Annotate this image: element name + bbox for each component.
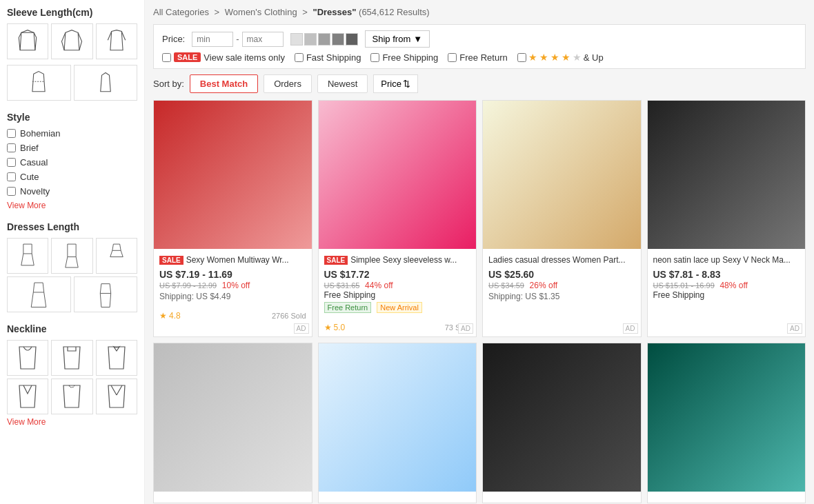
star-icon-2: ★ bbox=[324, 323, 332, 332]
neckline-icon-3[interactable] bbox=[96, 340, 137, 376]
style-checkbox-cute[interactable] bbox=[7, 172, 16, 181]
sleeve-length-section: Sleeve Length(cm) bbox=[7, 7, 137, 101]
product-card-4[interactable]: neon satin lace up Sexy V Neck Ma... US … bbox=[647, 100, 806, 337]
length-icons-row2 bbox=[7, 276, 137, 312]
product-info-3: Ladies casual dresses Women Part... US $… bbox=[483, 249, 641, 307]
discount-3: 26% off bbox=[530, 281, 557, 290]
sale-items-checkbox[interactable] bbox=[162, 53, 171, 62]
product-img-3 bbox=[483, 101, 641, 249]
product-img-1 bbox=[154, 101, 312, 249]
style-checkbox-casual[interactable] bbox=[7, 158, 16, 167]
product-title-2: SALESimplee Sexy sleeveless w... bbox=[324, 254, 471, 266]
discount-4: 48% off bbox=[719, 281, 747, 290]
breadcrumb-sep-1: > bbox=[215, 7, 220, 17]
sale-tag-2: SALE bbox=[324, 256, 348, 265]
swatch-2[interactable] bbox=[304, 33, 317, 46]
sleeve-icon-2[interactable] bbox=[51, 23, 92, 59]
swatch-3[interactable] bbox=[318, 33, 330, 46]
neckline-view-more[interactable]: View More bbox=[7, 417, 137, 427]
style-checkbox-brief[interactable] bbox=[7, 143, 16, 152]
length-icon-3[interactable] bbox=[96, 238, 137, 274]
breadcrumb-dresses: "Dresses" bbox=[312, 7, 356, 17]
price-row-1: US $7.19 - 11.69 bbox=[159, 269, 306, 280]
product-grid: SALESexy Women Multiway Wr... US $7.19 -… bbox=[153, 100, 806, 503]
price-range: - bbox=[192, 32, 283, 47]
swatch-4[interactable] bbox=[332, 33, 344, 46]
star-4: ★ bbox=[562, 52, 570, 63]
sort-label: Sort by: bbox=[153, 79, 184, 89]
sale-tag-1: SALE bbox=[159, 256, 183, 265]
sale-items-label: View sale items only bbox=[204, 52, 285, 63]
new-arrival-tag-2: New Arrival bbox=[377, 302, 422, 313]
filter-bar: Price: - Ship from ▼ bbox=[153, 24, 806, 69]
price-min-input[interactable] bbox=[192, 32, 233, 47]
neckline-icon-1[interactable] bbox=[7, 340, 48, 376]
stars-filter[interactable]: ★ ★ ★ ★ ★ & Up bbox=[517, 52, 604, 63]
free-shipping-checkbox-label[interactable]: Free Shipping bbox=[370, 52, 438, 63]
free-shipping-checkbox[interactable] bbox=[370, 53, 379, 62]
fast-shipping-checkbox[interactable] bbox=[295, 53, 304, 62]
free-return-label: Free Return bbox=[459, 52, 507, 63]
swatch-1[interactable] bbox=[290, 33, 303, 46]
product-info-6 bbox=[319, 492, 477, 503]
neckline-icon-5[interactable] bbox=[51, 379, 92, 414]
orig-price-2: US $31.65 bbox=[324, 281, 360, 290]
ship-from-button[interactable]: Ship from ▼ bbox=[365, 30, 430, 48]
product-info-8 bbox=[648, 492, 806, 503]
fast-shipping-checkbox-label[interactable]: Fast Shipping bbox=[295, 52, 361, 63]
style-item-casual[interactable]: Casual bbox=[7, 157, 137, 168]
style-item-brief[interactable]: Brief bbox=[7, 143, 137, 153]
product-info-2: SALESimplee Sexy sleeveless w... US $17.… bbox=[319, 249, 477, 319]
product-card-3[interactable]: Ladies casual dresses Women Part... US $… bbox=[482, 100, 642, 337]
sort-newest[interactable]: Newest bbox=[317, 74, 368, 93]
product-card-6[interactable] bbox=[318, 343, 477, 503]
sort-orders[interactable]: Orders bbox=[264, 74, 312, 93]
sleeve-icon-3[interactable] bbox=[96, 23, 137, 59]
product-card-5[interactable] bbox=[153, 343, 312, 503]
neckline-icon-6[interactable] bbox=[96, 379, 137, 414]
stars-checkbox[interactable] bbox=[517, 53, 526, 62]
breadcrumb-womens-clothing[interactable]: Women's Clothing bbox=[225, 7, 297, 17]
orig-price-1: US $7.99 - 12.99 bbox=[159, 281, 217, 290]
product-card-7[interactable] bbox=[482, 343, 642, 503]
sort-best-match[interactable]: Best Match bbox=[190, 74, 258, 93]
sleeve-icon-4[interactable] bbox=[7, 65, 71, 101]
style-view-more[interactable]: View More bbox=[7, 201, 137, 210]
style-checkbox-novelty[interactable] bbox=[7, 187, 16, 196]
breadcrumb-all-categories[interactable]: All Categories bbox=[153, 7, 209, 17]
neckline-icon-2[interactable] bbox=[51, 340, 92, 376]
product-img-7 bbox=[483, 343, 641, 492]
length-icon-2[interactable] bbox=[51, 238, 92, 274]
star-3: ★ bbox=[550, 52, 559, 63]
free-return-checkbox-label[interactable]: Free Return bbox=[448, 52, 507, 63]
style-item-cute[interactable]: Cute bbox=[7, 172, 137, 182]
sold-1: 2766 Sold bbox=[272, 312, 306, 320]
free-return-checkbox[interactable] bbox=[448, 53, 457, 62]
shipping-1: Shipping: US $4.49 bbox=[159, 292, 306, 301]
free-shipping-2: Free Shipping bbox=[324, 290, 471, 300]
style-item-novelty[interactable]: Novelty bbox=[7, 186, 137, 196]
product-footer-3 bbox=[483, 311, 641, 315]
product-card-8[interactable] bbox=[647, 343, 806, 503]
length-icon-1[interactable] bbox=[7, 238, 48, 274]
style-item-bohemian[interactable]: Bohemian bbox=[7, 128, 137, 139]
sleeve-icon-5[interactable] bbox=[74, 65, 138, 101]
swatch-5[interactable] bbox=[346, 33, 358, 46]
rating-value-1: 4.8 bbox=[169, 311, 181, 321]
neckline-icon-4[interactable] bbox=[7, 379, 48, 414]
product-info-5 bbox=[154, 492, 312, 503]
ad-badge-4: AD bbox=[787, 323, 802, 334]
product-card-2[interactable]: SALESimplee Sexy sleeveless w... US $17.… bbox=[318, 100, 477, 337]
length-icon-4[interactable] bbox=[7, 276, 71, 312]
sort-bar: Sort by: Best Match Orders Newest Price … bbox=[153, 74, 806, 93]
neckline-title: Neckline bbox=[7, 323, 137, 334]
product-card-1[interactable]: SALESexy Women Multiway Wr... US $7.19 -… bbox=[153, 100, 312, 337]
product-img-5 bbox=[154, 343, 312, 492]
style-checkbox-bohemian[interactable] bbox=[7, 129, 16, 138]
price-max-input[interactable] bbox=[242, 32, 284, 47]
length-icon-5[interactable] bbox=[74, 276, 138, 312]
sort-price[interactable]: Price ⇅ bbox=[373, 74, 418, 93]
discount-2: 44% off bbox=[365, 281, 393, 290]
sale-items-checkbox-label[interactable]: SALE View sale items only bbox=[162, 52, 285, 63]
sleeve-icon-1[interactable] bbox=[7, 23, 48, 59]
